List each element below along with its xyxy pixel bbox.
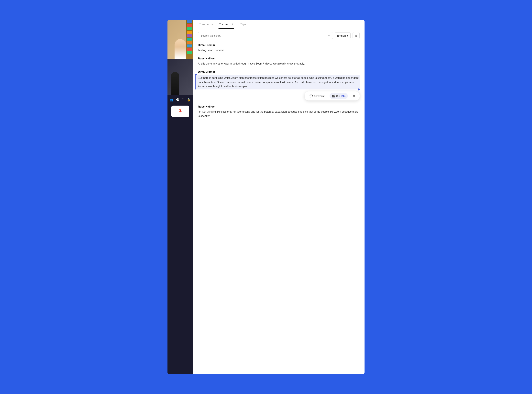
sidebar-bottom-icons: 👥 💬 ⛶ 🔒 [167, 95, 193, 104]
transcript-block-3: Dima Eremin But there is confusing which… [198, 70, 360, 100]
selection-handle-bottom[interactable] [358, 88, 360, 90]
speaker-name-4: Russ Halilov [198, 105, 360, 108]
action-bar: 💬 Comment 🎬 Clip 21s ⧉ [305, 91, 360, 100]
transcript-text-4: I'm just thinking like if it's only for … [198, 110, 360, 118]
copy-action-icon: ⧉ [353, 94, 355, 97]
speaker-name-1: Dima Eremin [198, 43, 360, 47]
clip-duration: 21s [341, 94, 345, 97]
pin-button[interactable]: 📌 [171, 106, 189, 117]
video-thumb-1 [167, 20, 193, 59]
action-separator [328, 94, 328, 98]
copy-icon: ⧉ [355, 34, 357, 37]
app-container: 👥 💬 ⛶ 🔒 📌 Comments Transcript Clips ○ En… [167, 20, 365, 374]
clip-action-button[interactable]: 🎬 Clip 21s [329, 93, 348, 99]
speaker-name-3: Dima Eremin [198, 70, 360, 73]
pin-icon: 📌 [177, 108, 183, 114]
search-input[interactable] [201, 34, 327, 37]
comment-action-button[interactable]: 💬 Comment [307, 93, 327, 99]
tab-transcript[interactable]: Transcript [218, 20, 234, 29]
comment-label: Comment [314, 94, 324, 97]
transcript-block-1: Dima Eremin Testing, yeah. Forward. [198, 43, 360, 52]
chevron-down-icon: ▾ [347, 34, 348, 37]
copy-button[interactable]: ⧉ [353, 32, 360, 39]
language-label: English [337, 34, 346, 37]
copy-action-button[interactable]: ⧉ [350, 93, 357, 99]
transcript-text-1: Testing, yeah. Forward. [198, 48, 360, 52]
transcript-text-2: And is there any other way to do it thro… [198, 62, 360, 66]
action-separator-2 [349, 94, 349, 98]
lock-icon[interactable]: 🔒 [186, 97, 191, 102]
transcript-block-4: Russ Halilov I'm just thinking like if i… [198, 105, 360, 118]
search-box[interactable]: ○ [198, 32, 333, 39]
clip-label: Clip [336, 94, 340, 97]
tabs-bar: Comments Transcript Clips [193, 20, 365, 29]
main-panel: Comments Transcript Clips ○ English ▾ ⧉ … [193, 20, 365, 374]
tab-comments[interactable]: Comments [198, 20, 214, 29]
tab-clips[interactable]: Clips [239, 20, 247, 29]
video-thumb-2 [167, 59, 193, 95]
speaker-name-2: Russ Halilov [198, 57, 360, 60]
chat-icon[interactable]: 💬 [175, 97, 180, 102]
structure-icon[interactable]: ⛶ [181, 98, 185, 102]
language-selector[interactable]: English ▾ [335, 32, 350, 39]
transcript-block-2: Russ Halilov And is there any other way … [198, 57, 360, 66]
transcript-text-3: But there is confusing which Zoom plan h… [195, 75, 360, 89]
search-icon: ○ [328, 34, 330, 37]
transcript-content: Dima Eremin Testing, yeah. Forward. Russ… [193, 42, 365, 374]
search-area: ○ English ▾ ⧉ [193, 29, 365, 42]
participants-icon[interactable]: 👥 [169, 97, 174, 102]
comment-icon: 💬 [309, 94, 313, 98]
sidebar: 👥 💬 ⛶ 🔒 📌 [167, 20, 193, 374]
clip-icon: 🎬 [332, 94, 335, 98]
